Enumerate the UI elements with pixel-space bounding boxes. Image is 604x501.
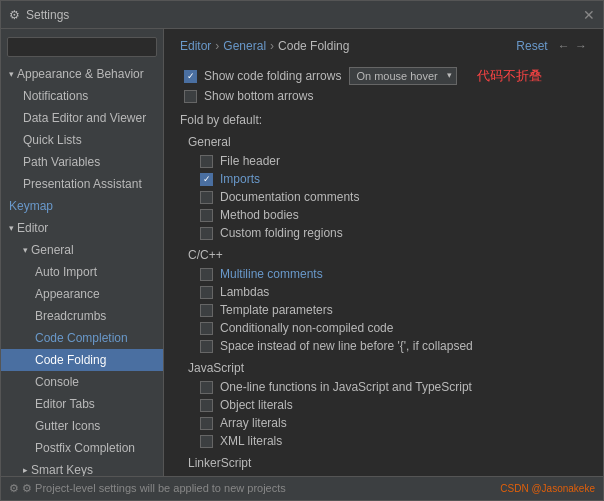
doc-comments-row: Documentation comments: [200, 188, 587, 206]
lambdas-checkbox[interactable]: [200, 286, 213, 299]
sidebar-item-path-variables[interactable]: Path Variables: [1, 151, 163, 173]
sidebar-item-label: Smart Keys: [31, 461, 93, 476]
xml-literals-checkbox[interactable]: [200, 435, 213, 448]
show-folding-arrows-row: Show code folding arrows On mouse hover …: [184, 65, 587, 87]
sidebar-item-breadcrumbs[interactable]: Breadcrumbs: [1, 305, 163, 327]
sidebar-item-code-folding[interactable]: Code Folding: [1, 349, 163, 371]
array-literals-label: Array literals: [220, 416, 287, 430]
one-line-checkbox[interactable]: [200, 381, 213, 394]
forward-arrow[interactable]: →: [575, 39, 587, 53]
sidebar-item-smart-keys[interactable]: ▸ Smart Keys: [1, 459, 163, 476]
sidebar-item-editor[interactable]: ▾ Editor: [1, 217, 163, 239]
settings-window: ⚙ Settings ✕ ▾ Appearance & Behavior Not…: [0, 0, 604, 501]
sidebar-item-label: Editor: [17, 219, 48, 237]
back-arrow[interactable]: ←: [558, 39, 570, 53]
window-title: Settings: [26, 8, 69, 22]
xml-literals-row: XML literals: [200, 432, 587, 450]
watermark-text: CSDN @Jasonakeke: [500, 483, 595, 494]
doc-comments-label: Documentation comments: [220, 190, 359, 204]
folding-arrows-dropdown[interactable]: On mouse hover ▾: [349, 67, 456, 85]
sidebar-item-editor-tabs[interactable]: Editor Tabs: [1, 393, 163, 415]
sidebar-item-label: Appearance & Behavior: [17, 65, 144, 83]
close-button[interactable]: ✕: [583, 7, 595, 23]
object-literals-checkbox[interactable]: [200, 399, 213, 412]
settings-icon: ⚙: [9, 8, 20, 22]
chevron-right-icon: ▸: [23, 461, 28, 476]
sidebar-item-auto-import[interactable]: Auto Import: [1, 261, 163, 283]
chevron-down-icon: ▾: [23, 241, 28, 259]
object-literals-row: Object literals: [200, 396, 587, 414]
object-literals-label: Object literals: [220, 398, 293, 412]
fold-by-default-title: Fold by default:: [180, 113, 587, 127]
sidebar-item-postfix[interactable]: Postfix Completion: [1, 437, 163, 459]
sidebar-item-appearance-behavior[interactable]: ▾ Appearance & Behavior: [1, 63, 163, 85]
nav-arrows: ← →: [556, 39, 587, 53]
lambdas-row: Lambdas: [200, 283, 587, 301]
breadcrumb-sep-2: ›: [270, 39, 274, 53]
show-bottom-arrows-checkbox[interactable]: [184, 90, 197, 103]
multiline-row: Multiline comments: [200, 265, 587, 283]
show-bottom-arrows-row: Show bottom arrows: [184, 87, 587, 105]
main-panel: Editor › General › Code Folding Reset ← …: [164, 29, 603, 476]
sidebar-item-appearance[interactable]: Appearance: [1, 283, 163, 305]
breadcrumb-general[interactable]: General: [223, 39, 266, 53]
breadcrumb-editor[interactable]: Editor: [180, 39, 211, 53]
linkerscript-section-title: LinkerScript: [188, 456, 587, 470]
sidebar-item-keymap[interactable]: Keymap: [1, 195, 163, 217]
gear-icon: ⚙: [9, 482, 19, 494]
general-section-title: General: [188, 135, 587, 149]
multiline-checkbox[interactable]: [200, 268, 213, 281]
sidebar-item-gutter-icons[interactable]: Gutter Icons: [1, 415, 163, 437]
doc-comments-checkbox[interactable]: [200, 191, 213, 204]
imports-checkbox[interactable]: [200, 173, 213, 186]
space-instead-checkbox[interactable]: [200, 340, 213, 353]
array-literals-row: Array literals: [200, 414, 587, 432]
xml-literals-label: XML literals: [220, 434, 282, 448]
search-input[interactable]: [7, 37, 157, 57]
conditionally-row: Conditionally non-compiled code: [200, 319, 587, 337]
sidebar-item-quick-lists[interactable]: Quick Lists: [1, 129, 163, 151]
imports-label: Imports: [220, 172, 260, 186]
show-folding-arrows-label: Show code folding arrows: [204, 69, 341, 83]
chevron-down-icon: ▾: [9, 65, 14, 83]
dropdown-arrow-icon: ▾: [447, 70, 452, 80]
bottom-bar: ⚙ ⚙ Project-level settings will be appli…: [1, 476, 603, 500]
one-line-label: One-line functions in JavaScript and Typ…: [220, 380, 472, 394]
space-instead-label: Space instead of new line before '{', if…: [220, 339, 473, 353]
conditionally-checkbox[interactable]: [200, 322, 213, 335]
sidebar-item-label: General: [31, 241, 74, 259]
chevron-down-icon: ▾: [9, 219, 14, 237]
show-bottom-arrows-label: Show bottom arrows: [204, 89, 313, 103]
template-params-checkbox[interactable]: [200, 304, 213, 317]
bottom-text: ⚙ ⚙ Project-level settings will be appli…: [9, 482, 286, 495]
dropdown-value: On mouse hover: [356, 70, 437, 82]
template-params-label: Template parameters: [220, 303, 333, 317]
main-content: ▾ Appearance & Behavior Notifications Da…: [1, 29, 603, 476]
method-bodies-checkbox[interactable]: [200, 209, 213, 222]
reset-button[interactable]: Reset: [516, 39, 547, 53]
cpp-section-title: C/C++: [188, 248, 587, 262]
sidebar-item-code-completion[interactable]: Code Completion: [1, 327, 163, 349]
sidebar-item-data-editor[interactable]: Data Editor and Viewer: [1, 107, 163, 129]
file-header-checkbox[interactable]: [200, 155, 213, 168]
breadcrumb-sep-1: ›: [215, 39, 219, 53]
file-header-row: File header: [200, 152, 587, 170]
sidebar-item-general[interactable]: ▾ General: [1, 239, 163, 261]
file-header-label: File header: [220, 154, 280, 168]
one-line-row: One-line functions in JavaScript and Typ…: [200, 378, 587, 396]
project-settings-text: ⚙ Project-level settings will be applied…: [22, 482, 286, 494]
array-literals-checkbox[interactable]: [200, 417, 213, 430]
show-folding-arrows-checkbox[interactable]: [184, 70, 197, 83]
sidebar-item-console[interactable]: Console: [1, 371, 163, 393]
sidebar-item-notifications[interactable]: Notifications: [1, 85, 163, 107]
method-bodies-row: Method bodies: [200, 206, 587, 224]
js-section-title: JavaScript: [188, 361, 587, 375]
space-instead-row: Space instead of new line before '{', if…: [200, 337, 587, 355]
imports-row: Imports: [200, 170, 587, 188]
custom-folding-checkbox[interactable]: [200, 227, 213, 240]
custom-folding-row: Custom folding regions: [200, 224, 587, 242]
sidebar-item-presentation[interactable]: Presentation Assistant: [1, 173, 163, 195]
template-params-row: Template parameters: [200, 301, 587, 319]
multiline-label: Multiline comments: [220, 267, 323, 281]
custom-folding-label: Custom folding regions: [220, 226, 343, 240]
